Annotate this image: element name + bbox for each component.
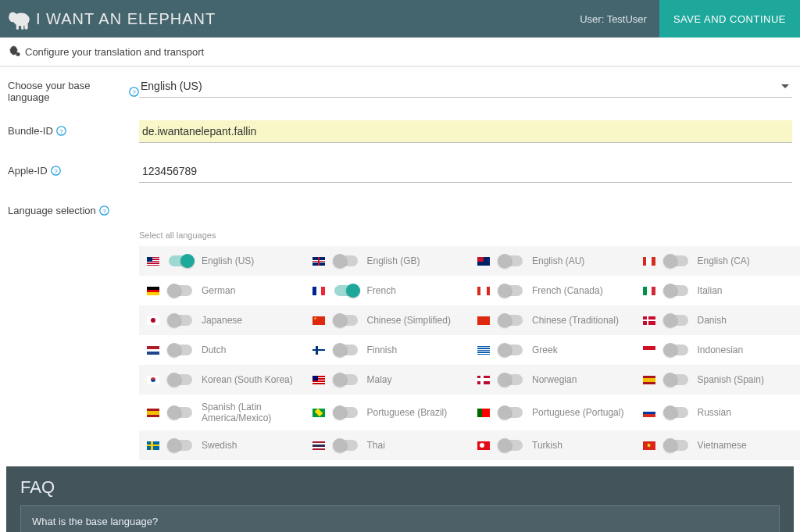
page-subtitle: Configure your translation and transport (0, 37, 800, 66)
flag-icon (147, 441, 159, 450)
svg-rect-2 (24, 22, 27, 30)
language-cell: Chinese (Traditional) (470, 305, 635, 335)
language-name: English (US) (202, 255, 254, 266)
language-name: French (367, 285, 396, 296)
language-toggle[interactable] (499, 315, 523, 326)
language-toggle[interactable] (499, 285, 523, 296)
language-name: German (202, 285, 235, 296)
flag-icon (643, 287, 655, 295)
language-toggle[interactable] (169, 315, 192, 326)
language-name: Portuguese (Brazil) (367, 407, 448, 418)
language-name: English (AU) (532, 255, 584, 266)
language-toggle[interactable] (169, 407, 192, 418)
flag-icon (477, 376, 490, 384)
language-cell: Turkish (470, 430, 635, 460)
language-toggle[interactable] (334, 345, 358, 355)
app-header: I WANT AN ELEPHANT User: TestUser SAVE A… (0, 0, 800, 37)
language-toggle[interactable] (499, 255, 523, 266)
flag-icon (147, 257, 159, 266)
svg-rect-3 (16, 23, 19, 29)
language-cell: Thai (305, 430, 470, 460)
flag-icon (643, 346, 655, 355)
language-toggle[interactable] (665, 374, 688, 385)
language-cell: Greek (470, 335, 635, 365)
language-name: Swedish (202, 440, 237, 451)
language-toggle[interactable] (334, 440, 358, 451)
flag-icon (643, 441, 655, 450)
language-toggle[interactable] (499, 374, 523, 385)
svg-text:?: ? (132, 88, 136, 95)
flag-icon (477, 409, 490, 417)
language-name: Dutch (202, 345, 226, 355)
language-cell: Spanish (Latin America/Mexico) (139, 395, 305, 430)
language-toggle[interactable] (499, 345, 523, 355)
select-all-languages-link[interactable]: Select all languages (139, 226, 800, 246)
flag-icon (643, 376, 655, 384)
language-cell: Spanish (Spain) (635, 365, 801, 395)
language-toggle[interactable] (334, 315, 358, 326)
language-cell: Russian (635, 395, 801, 430)
language-toggle[interactable] (665, 440, 688, 451)
bundle-id-input[interactable] (139, 120, 792, 143)
language-name: Thai (367, 440, 385, 451)
language-toggle[interactable] (499, 440, 523, 451)
faq-item[interactable]: What is the base language? (20, 505, 780, 532)
base-language-select[interactable]: English (US) (139, 75, 792, 98)
language-cell: Swedish (139, 430, 305, 460)
help-icon[interactable]: ? (129, 87, 139, 97)
language-toggle[interactable] (665, 407, 688, 418)
language-toggle[interactable] (169, 345, 192, 355)
language-toggle[interactable] (334, 285, 358, 296)
language-toggle[interactable] (665, 315, 688, 326)
language-toggle[interactable] (169, 374, 192, 385)
apple-id-input[interactable] (139, 160, 792, 183)
flag-icon (643, 257, 655, 266)
language-toggle[interactable] (665, 255, 688, 266)
language-cell: English (GB) (305, 246, 470, 276)
elephant-icon (6, 5, 33, 32)
language-grid: English (US)English (GB)English (AU)Engl… (139, 246, 800, 460)
language-toggle[interactable] (334, 255, 358, 266)
flag-icon (477, 257, 490, 266)
language-toggle[interactable] (334, 374, 358, 385)
help-icon[interactable]: ? (51, 166, 61, 176)
help-icon[interactable]: ? (56, 126, 66, 136)
subtitle-text: Configure your translation and transport (25, 46, 204, 58)
language-cell: Indonesian (635, 335, 801, 365)
brand-logo: I WANT AN ELEPHANT (6, 5, 216, 32)
language-toggle[interactable] (665, 345, 688, 355)
language-name: Malay (367, 374, 392, 385)
language-toggle[interactable] (169, 255, 192, 266)
language-toggle[interactable] (169, 285, 192, 296)
language-name: Chinese (Simplified) (367, 315, 451, 326)
faq-panel: FAQ What is the base language?How to ret… (6, 466, 794, 532)
language-cell: Portuguese (Brazil) (305, 395, 470, 430)
help-icon[interactable]: ? (99, 205, 109, 216)
language-toggle[interactable] (169, 440, 192, 451)
language-name: Japanese (202, 315, 242, 326)
faq-title: FAQ (20, 477, 780, 498)
language-cell: Dutch (139, 335, 305, 365)
base-language-label: Choose your base language ? (8, 75, 139, 103)
language-cell: Chinese (Simplified) (305, 305, 470, 335)
language-name: Italian (698, 285, 723, 296)
language-name: Chinese (Traditional) (532, 315, 619, 326)
save-continue-button[interactable]: SAVE AND CONTINUE (659, 0, 800, 37)
svg-text:?: ? (102, 208, 106, 215)
language-toggle[interactable] (499, 407, 523, 418)
language-name: Korean (South Korea) (202, 374, 293, 385)
flag-icon (477, 346, 490, 355)
flag-icon (147, 346, 159, 355)
language-cell: English (AU) (470, 246, 635, 276)
language-name: Portuguese (Portugal) (532, 407, 623, 418)
language-cell: French (Canada) (470, 276, 635, 305)
flag-icon (312, 257, 325, 266)
svg-text:?: ? (54, 168, 58, 175)
language-name: Indonesian (698, 345, 744, 355)
language-toggle[interactable] (665, 285, 688, 296)
flag-icon (312, 441, 325, 450)
apple-id-label: Apple-ID ? (8, 160, 139, 177)
flag-icon (643, 409, 655, 417)
language-toggle[interactable] (334, 407, 358, 418)
flag-icon (147, 409, 159, 417)
